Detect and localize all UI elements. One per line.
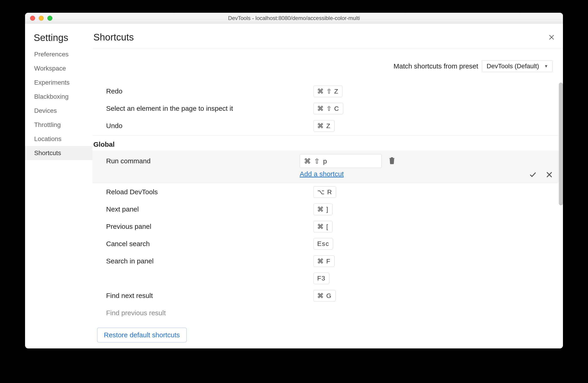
edit-actions [529, 171, 553, 179]
footer-bar: Restore default shortcuts [92, 324, 563, 348]
sidebar-item-locations[interactable]: Locations [25, 132, 92, 146]
shortcut-label: Run command [106, 157, 300, 165]
shortcut-row-previous-panel[interactable]: Previous panel ⌘ [ [92, 218, 563, 235]
preset-label: Match shortcuts from preset [394, 62, 478, 70]
add-shortcut-link[interactable]: Add a shortcut [300, 170, 344, 178]
shortcut-row-find-previous[interactable]: Find previous result [92, 304, 563, 322]
devtools-window: DevTools - localhost:8080/demo/accessibl… [25, 13, 563, 348]
keycap: ⌘ ] [313, 204, 333, 215]
shortcut-row-cancel-search[interactable]: Cancel search Esc [92, 235, 563, 252]
shortcut-label: Reload DevTools [106, 188, 313, 196]
sidebar-item-preferences[interactable]: Preferences [25, 47, 92, 61]
shortcut-row-redo[interactable]: Redo ⌘ ⇧ Z [92, 83, 563, 100]
keycap: F3 [313, 273, 330, 284]
close-button[interactable] [546, 32, 557, 42]
shortcut-row-search-in-panel-alt[interactable]: F3 [92, 270, 563, 287]
shortcut-label: Cancel search [106, 240, 313, 248]
shortcut-label: Search in panel [106, 257, 313, 265]
keycap: ⌘ F [313, 255, 335, 267]
delete-shortcut-button[interactable] [389, 157, 395, 165]
window-close-button[interactable] [30, 16, 35, 21]
titlebar: DevTools - localhost:8080/demo/accessibl… [25, 13, 563, 24]
shortcut-row-select-element[interactable]: Select an element in the page to inspect… [92, 100, 563, 117]
shortcut-row-undo[interactable]: Undo ⌘ Z [92, 117, 563, 134]
sidebar-item-experiments[interactable]: Experiments [25, 76, 92, 90]
shortcuts-area: Redo ⌘ ⇧ Z Select an element in the page… [92, 83, 563, 348]
window-zoom-button[interactable] [47, 16, 52, 21]
shortcut-label: Previous panel [106, 223, 313, 230]
preset-select[interactable]: DevTools (Default) ▼ [482, 60, 552, 72]
shortcut-label: Next panel [106, 205, 313, 213]
shortcut-label: Undo [106, 122, 313, 130]
shortcut-row-reload-devtools[interactable]: Reload DevTools ⌥ R [92, 183, 563, 201]
sidebar-title: Settings [25, 30, 92, 47]
shortcut-label: Find previous result [106, 309, 313, 317]
window-minimize-button[interactable] [39, 16, 44, 21]
confirm-button[interactable] [529, 171, 537, 179]
shortcut-label: Select an element in the page to inspect… [106, 105, 313, 112]
window-title: DevTools - localhost:8080/demo/accessibl… [25, 15, 563, 21]
sidebar-item-blackboxing[interactable]: Blackboxing [25, 90, 92, 104]
chevron-down-icon: ▼ [544, 64, 548, 69]
shortcut-input[interactable] [300, 154, 382, 168]
settings-sidebar: Settings Preferences Workspace Experimen… [25, 24, 92, 348]
section-header-global: Global [92, 135, 563, 151]
traffic-lights [25, 16, 52, 21]
main-panel: Shortcuts Match shortcuts from preset De… [92, 24, 563, 348]
close-icon [549, 34, 555, 40]
keycap: ⌘ Z [313, 120, 335, 132]
shortcut-row-next-panel[interactable]: Next panel ⌘ ] [92, 201, 563, 218]
preset-row: Match shortcuts from preset DevTools (De… [92, 49, 563, 83]
keycap: ⌥ R [313, 186, 336, 198]
main-header: Shortcuts [92, 24, 563, 49]
shortcut-label: Redo [106, 87, 313, 95]
trash-icon [389, 157, 395, 164]
keycap: ⌘ [ [313, 221, 333, 232]
preset-select-value: DevTools (Default) [487, 62, 539, 70]
keycap: ⌘ ⇧ Z [313, 86, 342, 97]
x-icon [546, 171, 553, 178]
scrollbar[interactable] [559, 83, 563, 205]
sidebar-item-workspace[interactable]: Workspace [25, 61, 92, 76]
sidebar-item-shortcuts[interactable]: Shortcuts [25, 146, 92, 160]
cancel-button[interactable] [546, 171, 553, 179]
shortcut-row-find-next[interactable]: Find next result ⌘ G [92, 287, 563, 304]
shortcut-row-search-in-panel[interactable]: Search in panel ⌘ F [92, 252, 563, 270]
keycap: ⌘ ⇧ C [313, 103, 343, 115]
sidebar-item-devices[interactable]: Devices [25, 104, 92, 118]
sidebar-item-throttling[interactable]: Throttling [25, 118, 92, 132]
check-icon [529, 171, 537, 178]
keycap: ⌘ G [313, 290, 336, 302]
restore-defaults-button[interactable]: Restore default shortcuts [97, 327, 187, 343]
keycap: Esc [313, 238, 333, 249]
shortcut-row-run-command-editing: Run command Add a shortcut [92, 151, 563, 183]
page-title: Shortcuts [93, 32, 134, 43]
shortcut-label: Find next result [106, 292, 313, 300]
